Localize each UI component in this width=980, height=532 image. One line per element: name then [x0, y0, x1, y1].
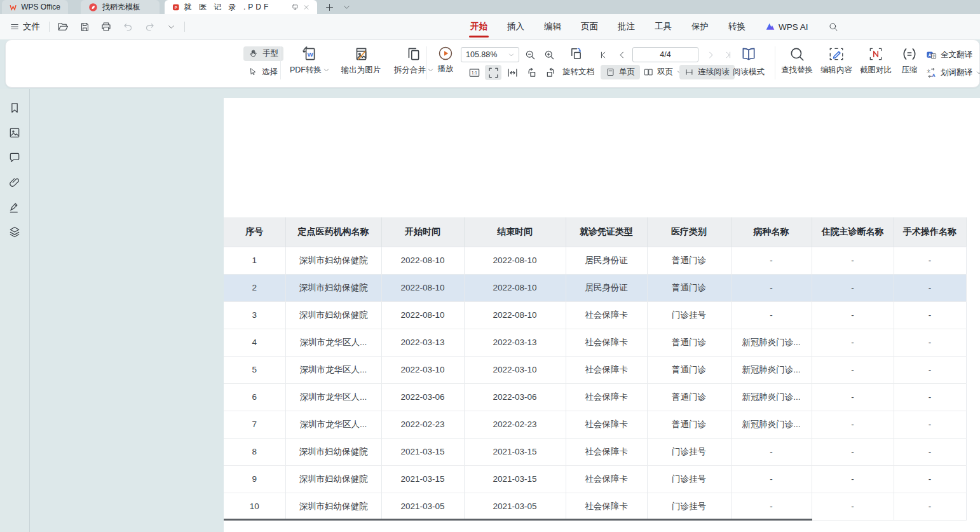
close-tab-icon[interactable]	[303, 3, 310, 11]
thumbnails-icon[interactable]	[8, 126, 21, 139]
hand-tool-button[interactable]: 手型	[243, 46, 283, 61]
table-cell: 门诊挂号	[647, 493, 731, 520]
ribbon-tab-insert[interactable]: 插入	[506, 15, 526, 39]
save-button[interactable]	[76, 18, 93, 35]
ribbon-search-icon[interactable]	[828, 22, 838, 32]
word-translate-button[interactable]: 文A 划词翻译	[923, 65, 980, 80]
print-button[interactable]	[98, 18, 114, 35]
table-row[interactable]: 10深圳市妇幼保健院2021-03-052021-03-05社会保障卡门诊挂号-…	[224, 493, 966, 520]
table-cell: -	[894, 356, 966, 383]
ribbon-tab-wps-ai[interactable]: WPS AI	[764, 15, 810, 38]
screenshot-compare-button[interactable]: 截图对比	[857, 46, 894, 76]
fit-width-button[interactable]	[504, 65, 521, 80]
col-header-end-time: 结束时间	[464, 217, 566, 247]
full-text-translate-button[interactable]: A字 全文翻译	[923, 48, 975, 62]
word-translate-icon: 文A	[926, 67, 937, 78]
tab-label: WPS Office	[21, 3, 60, 11]
ribbon-tab-tools[interactable]: 工具	[653, 15, 673, 39]
zoom-in-icon	[543, 49, 555, 60]
quickbar-more-button[interactable]	[163, 18, 179, 35]
table-row[interactable]: 5深圳市龙华区人...2022-03-102022-03-10社会保障卡普通门诊…	[224, 356, 966, 383]
zoom-in-button[interactable]	[541, 47, 557, 62]
fit-page-button[interactable]	[485, 65, 501, 80]
rotate-right-button[interactable]	[542, 65, 559, 80]
table-row[interactable]: 8深圳市妇幼保健院2021-03-152021-03-15社会保障卡门诊挂号--…	[224, 438, 966, 465]
new-tab-icon[interactable]	[325, 3, 334, 12]
last-page-button[interactable]	[719, 47, 735, 62]
ribbon-tab-edit[interactable]: 编辑	[543, 15, 562, 39]
monitor-icon[interactable]	[292, 3, 299, 11]
signature-pen-icon[interactable]	[8, 201, 21, 214]
tab-document-pdf[interactable]: P 就 医 记 录 .PDF	[165, 0, 317, 14]
ribbon-tab-comment[interactable]: 批注	[616, 15, 636, 39]
tab-list-chevron-icon[interactable]	[343, 4, 350, 11]
svg-text:A: A	[929, 53, 932, 57]
first-page-button[interactable]	[595, 47, 612, 62]
ribbon-tab-home[interactable]: 开始	[469, 15, 489, 39]
table-cell: 2021-03-15	[381, 438, 464, 465]
double-page-icon	[644, 67, 653, 77]
table-row[interactable]: 3深圳市妇幼保健院2022-08-102022-08-10社会保障卡门诊挂号--…	[224, 301, 966, 329]
previous-page-button[interactable]	[613, 47, 630, 62]
rotate-document-button[interactable]: 旋转文档	[560, 65, 597, 79]
table-cell: 普通门诊	[647, 411, 731, 438]
page-number-input[interactable]: 4/4	[632, 47, 698, 62]
table-cell: 6	[224, 383, 285, 411]
comment-icon[interactable]	[8, 151, 21, 164]
pdf-page[interactable]: 序号 定点医药机构名称 开始时间 结束时间 就诊凭证类型 医疗类别 病种名称 住…	[224, 98, 980, 532]
next-page-button[interactable]	[702, 47, 719, 62]
zoom-level-select[interactable]: 105.88%	[461, 47, 519, 62]
screenshot-compare-label: 截图对比	[860, 65, 892, 76]
chevron-down-icon	[976, 70, 980, 76]
compress-label: 压缩	[902, 65, 918, 76]
single-page-button[interactable]: 单页	[601, 65, 640, 79]
table-cell: 8	[224, 438, 285, 465]
edit-content-button[interactable]: 编辑内容	[818, 46, 855, 76]
find-replace-button[interactable]: 查找替换	[779, 46, 815, 76]
export-image-button[interactable]: 输出为图片	[335, 46, 387, 76]
compress-button[interactable]: 压缩	[895, 46, 923, 76]
col-header-institution: 定点医药机构名称	[285, 217, 381, 247]
tab-docer-templates[interactable]: 找稻壳模板	[81, 0, 160, 14]
table-cell: 社会保障卡	[566, 438, 647, 465]
table-cell: -	[731, 274, 812, 301]
redo-button[interactable]	[141, 18, 158, 35]
table-cell: 社会保障卡	[566, 356, 647, 383]
read-mode-button[interactable]: 阅读模式	[730, 65, 767, 79]
col-header-credential-type: 就诊凭证类型	[566, 217, 647, 247]
open-file-button[interactable]	[55, 18, 71, 35]
table-cell: 普通门诊	[647, 383, 731, 411]
bookmark-icon[interactable]	[8, 102, 21, 114]
attachment-icon[interactable]	[8, 176, 21, 189]
actual-size-button[interactable]: 1:1	[466, 65, 482, 80]
svg-text:1:1: 1:1	[472, 71, 477, 75]
zoom-level-value: 105.88%	[466, 50, 503, 59]
table-row[interactable]: 9深圳市妇幼保健院2021-03-152021-03-15社会保障卡门诊挂号--…	[224, 465, 966, 493]
pdf-convert-button[interactable]: W PDF转换	[285, 46, 334, 76]
table-header-row: 序号 定点医药机构名称 开始时间 结束时间 就诊凭证类型 医疗类别 病种名称 住…	[224, 217, 966, 247]
continuous-read-button[interactable]: 连续阅读	[679, 65, 735, 79]
table-row[interactable]: 2深圳市妇幼保健院2022-08-102022-08-10居民身份证普通门诊--…	[224, 274, 966, 301]
layers-icon[interactable]	[8, 226, 21, 238]
svg-text:A: A	[932, 73, 935, 78]
play-button[interactable]: 播放	[430, 46, 461, 74]
replace-pages-button[interactable]	[568, 46, 584, 61]
select-tool-button[interactable]: 选择	[243, 65, 283, 79]
rotate-left-button[interactable]	[523, 65, 540, 80]
ribbon-tab-convert[interactable]: 转换	[727, 15, 747, 39]
table-cell: 深圳市妇幼保健院	[285, 493, 381, 520]
table-row[interactable]: 7深圳市龙华区人...2022-02-232022-02-23社会保障卡普通门诊…	[224, 411, 966, 438]
table-row[interactable]: 1深圳市妇幼保健院2022-08-102022-08-10居民身份证普通门诊--…	[224, 247, 966, 274]
table-row[interactable]: 6深圳市龙华区人...2022-03-062022-03-06社会保障卡普通门诊…	[224, 383, 966, 411]
read-mode-icon-area[interactable]	[740, 46, 757, 62]
file-menu-button[interactable]: 文件	[6, 18, 44, 35]
undo-button[interactable]	[119, 18, 136, 35]
ribbon-tab-protect[interactable]: 保护	[690, 15, 710, 39]
edit-content-label: 编辑内容	[820, 65, 852, 76]
tab-wps-office[interactable]: WPS Office	[2, 0, 68, 14]
rotate-right-icon	[545, 67, 557, 79]
zoom-out-button[interactable]	[522, 47, 538, 62]
ribbon-tab-page[interactable]: 页面	[580, 15, 599, 39]
table-row[interactable]: 4深圳市龙华区人...2022-03-132022-03-13社会保障卡普通门诊…	[224, 329, 966, 356]
table-cell: 2022-03-10	[381, 356, 464, 383]
